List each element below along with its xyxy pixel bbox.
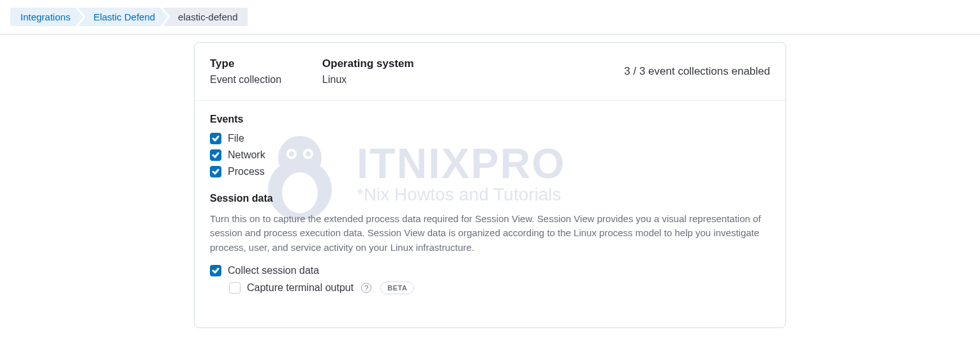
checkbox-label: Network [228, 149, 265, 161]
collections-status: 3 / 3 event collections enabled [624, 65, 770, 78]
type-value: Event collection [210, 72, 281, 87]
events-title: Events [210, 114, 770, 125]
checkbox-icon [210, 133, 221, 144]
checkbox-icon [210, 265, 221, 276]
checkbox-capture-terminal[interactable]: Capture terminal output ? BETA [229, 282, 770, 294]
checkbox-label: File [228, 133, 244, 144]
breadcrumb-elastic-defend[interactable]: Elastic Defend [78, 8, 168, 26]
session-description: Turn this on to capture the extended pro… [210, 212, 770, 255]
breadcrumb-current: elastic-defend [163, 8, 248, 26]
checkbox-process[interactable]: Process [210, 166, 770, 177]
checkbox-file[interactable]: File [210, 133, 770, 144]
checkbox-collect-session[interactable]: Collect session data [210, 265, 770, 276]
checkbox-network[interactable]: Network [210, 149, 770, 161]
help-icon[interactable]: ? [361, 283, 371, 293]
checkbox-label: Capture terminal output [247, 282, 353, 294]
panel-header: Type Event collection Operating system L… [195, 43, 785, 101]
beta-badge: BETA [380, 282, 414, 294]
checkbox-icon [229, 282, 241, 294]
breadcrumb: Integrations Elastic Defend elastic-defe… [0, 0, 980, 34]
session-options: Collect session data Capture terminal ou… [210, 265, 770, 294]
breadcrumb-integrations[interactable]: Integrations [10, 8, 83, 26]
os-value: Linux [322, 72, 414, 87]
settings-panel: ITNIXPRO *Nix Howtos and Tutorials Type … [194, 42, 786, 328]
checkbox-icon [210, 149, 221, 161]
session-title: Session data [210, 193, 770, 204]
checkbox-label: Collect session data [228, 265, 319, 276]
events-list: File Network Process [210, 133, 770, 177]
type-label: Type [210, 56, 281, 72]
os-label: Operating system [322, 56, 414, 72]
checkbox-icon [210, 166, 221, 177]
checkbox-label: Process [228, 166, 265, 177]
